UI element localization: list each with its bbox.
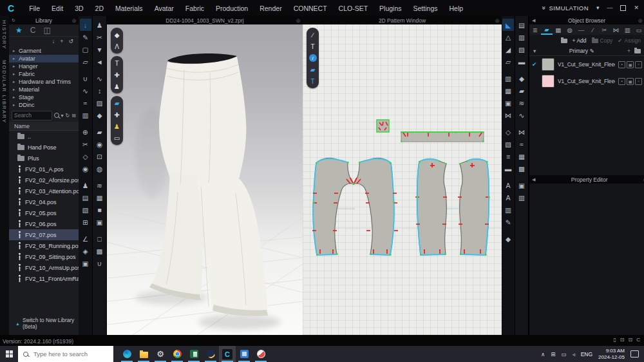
tool-box-select[interactable]: ▢ xyxy=(80,43,91,55)
tool-2d-band[interactable]: ▬ xyxy=(502,162,514,175)
tool-wrinkle[interactable]: ∿ xyxy=(94,72,106,84)
tool-drop[interactable]: ▼ xyxy=(94,43,106,55)
tool-sew-auto[interactable]: ▨ xyxy=(516,43,527,55)
fabric-texture-icon[interactable]: ▦ xyxy=(627,78,634,85)
pose-list-item[interactable]: FV2_02_Aforsize.pos xyxy=(9,175,79,186)
tool-select-gizmo[interactable]: ↓ xyxy=(80,19,91,31)
pose-list-item[interactable]: .. xyxy=(9,131,79,142)
library-tree-item[interactable]: ▸ DDinc xyxy=(9,101,79,109)
pattern-piece-waistband[interactable] xyxy=(401,131,484,142)
tool-pose[interactable]: ♟ xyxy=(94,19,106,31)
ob-tab-graphic-icon[interactable]: ▦ xyxy=(553,24,564,35)
tool-2d-font[interactable]: A xyxy=(502,191,514,204)
ob-tab-stitch-icon[interactable]: ⋈ xyxy=(610,24,621,35)
tool-2d-pleat[interactable]: ▥ xyxy=(502,204,514,216)
fabric-2d-icon[interactable]: ▰ xyxy=(308,64,317,75)
fabric-detail-icon[interactable]: ▪ xyxy=(618,78,625,85)
tool-edit-pattern[interactable]: ✎ xyxy=(80,31,91,43)
tool-2d-transform[interactable]: ◣ xyxy=(502,19,514,31)
simulation-button[interactable]: » SIMULATION xyxy=(542,5,589,12)
tool-sew-edit[interactable]: ▥ xyxy=(516,31,527,43)
menu-item[interactable]: Avatar xyxy=(149,5,180,12)
taskbar-settings-icon[interactable] xyxy=(152,346,169,362)
tool-flatten[interactable]: ◈ xyxy=(80,245,91,257)
search-icon[interactable] xyxy=(54,113,59,118)
tool-2d-trace[interactable]: ▧ xyxy=(502,138,514,150)
fabric-texture-icon[interactable]: ▦ xyxy=(627,61,634,68)
language-indicator[interactable]: ENG xyxy=(581,351,592,357)
tool-scissors[interactable]: ✂ xyxy=(80,138,91,150)
pose-list-item[interactable]: FV2_04.pos xyxy=(9,196,79,207)
tool-sew-machine[interactable]: ▤ xyxy=(516,19,527,31)
library-tree-item[interactable]: ▸ Hardware and Trims xyxy=(9,78,79,86)
tool-2d-edit[interactable]: △ xyxy=(502,31,514,43)
garment-toggle-icon[interactable]: T xyxy=(112,58,122,68)
library-tree-item[interactable]: ▸ Avatar xyxy=(9,55,79,62)
add-fabric-button[interactable]: + Add xyxy=(573,37,587,44)
fabric-folder-icon[interactable] xyxy=(561,39,567,43)
taskbar-excel-icon[interactable] xyxy=(185,346,202,362)
menu-item[interactable]: CONNECT xyxy=(288,5,333,12)
taskbar-clo-icon[interactable] xyxy=(219,346,236,362)
list-header-name[interactable]: Name xyxy=(9,122,79,131)
tool-topstitch[interactable]: ≋ xyxy=(516,97,527,109)
tool-misc[interactable]: ▣ xyxy=(80,257,91,269)
add-library-icon[interactable]: + xyxy=(60,38,63,44)
dropdown-icon[interactable]: ▾ xyxy=(596,5,600,11)
tool-angle[interactable]: ∠ xyxy=(80,233,91,245)
start-button[interactable] xyxy=(0,346,18,362)
close-button[interactable]: ✕ xyxy=(634,5,639,11)
tool-puckering[interactable]: ▦ xyxy=(516,150,527,162)
collapse-arrow-icon[interactable]: ◀ xyxy=(532,177,535,182)
tool-stitch-free[interactable]: ∿ xyxy=(516,109,527,121)
ob-tab-list-icon[interactable]: ≣ xyxy=(529,24,541,35)
pattern-piece-front-right[interactable] xyxy=(352,158,398,255)
pin-icon[interactable]: ◎ xyxy=(296,18,300,23)
tool-grade[interactable]: ▩ xyxy=(516,162,527,175)
status-panel-icon[interactable]: ▯ xyxy=(613,337,616,343)
taskbar-chrome-icon[interactable] xyxy=(169,346,185,362)
fabric-toggle-icon[interactable]: ▰ xyxy=(112,98,122,108)
modular-library-dock-tab[interactable]: MODULAR LIBRARY xyxy=(1,60,7,124)
fabric-list-item[interactable]: ✔ V1_Cut_Sew_Knit_Fleece_Terry ▪ ▦ ▫ xyxy=(529,56,644,73)
tool-seamtape[interactable]: ≋ xyxy=(94,179,106,191)
ob-tab-scissors-icon[interactable]: ✂ xyxy=(598,24,610,35)
menu-item[interactable]: Render xyxy=(254,5,287,12)
pose-list-item[interactable]: Plus xyxy=(9,153,79,164)
pose-list-item[interactable]: FV2_09_Sitting.pos xyxy=(9,251,79,262)
tool-stretch[interactable]: ↕ xyxy=(94,84,106,97)
tool-orient[interactable]: ◄ xyxy=(94,55,106,68)
bookmark-tab-icon[interactable]: ◫ xyxy=(43,26,50,35)
menu-item[interactable]: File xyxy=(23,5,46,12)
taskbar-planet-icon[interactable] xyxy=(202,346,219,362)
library-tree-item[interactable]: ▸ Material xyxy=(9,86,79,93)
new-folder-icon[interactable] xyxy=(634,49,641,53)
fabric-detail-icon[interactable]: ▪ xyxy=(618,61,625,68)
tool-block[interactable]: ■ xyxy=(94,204,106,216)
tape-toggle-icon[interactable]: ▭ xyxy=(112,133,122,143)
garment-fill-icon[interactable]: T xyxy=(308,76,317,86)
fabric-swatch[interactable] xyxy=(542,75,554,88)
tool-buttonhole[interactable]: ◉ xyxy=(94,138,106,150)
pose-list-item[interactable]: FV2_03_Attention.pos xyxy=(9,186,79,196)
fabric-settings-icon[interactable]: ▫ xyxy=(635,61,642,68)
pants-3d-garment[interactable] xyxy=(149,53,268,316)
fabric-swatch[interactable] xyxy=(542,58,554,71)
pattern-piece-small-square[interactable] xyxy=(377,120,389,132)
assign-fabric-button[interactable]: ✔Assign xyxy=(618,37,641,44)
menu-item[interactable]: 3D xyxy=(69,5,89,12)
search-options-icon[interactable]: ▾ xyxy=(61,113,64,119)
tool-shirring[interactable]: ≈ xyxy=(516,138,527,150)
taskbar-edge-icon[interactable] xyxy=(118,346,135,362)
ob-tab-avatar-icon[interactable]: ◍ xyxy=(564,24,576,35)
tool-swatch[interactable]: ▰ xyxy=(516,84,527,97)
reset-library-icon[interactable]: ↺ xyxy=(68,38,73,44)
library-tree-item[interactable]: ▸ Fabric xyxy=(9,70,79,78)
pin-icon[interactable]: ◎ xyxy=(72,18,76,23)
tool-sew-free[interactable]: ∿ xyxy=(80,84,91,97)
tool-2d-rect[interactable]: ▥ xyxy=(502,72,514,84)
tool-2d-curve[interactable]: ◢ xyxy=(502,43,514,55)
library-tree-item[interactable]: ▸ Stage xyxy=(9,93,79,101)
tool-2d-fill[interactable]: ◆ xyxy=(502,233,514,245)
ob-tab-measure-icon[interactable]: ▭ xyxy=(633,24,644,35)
